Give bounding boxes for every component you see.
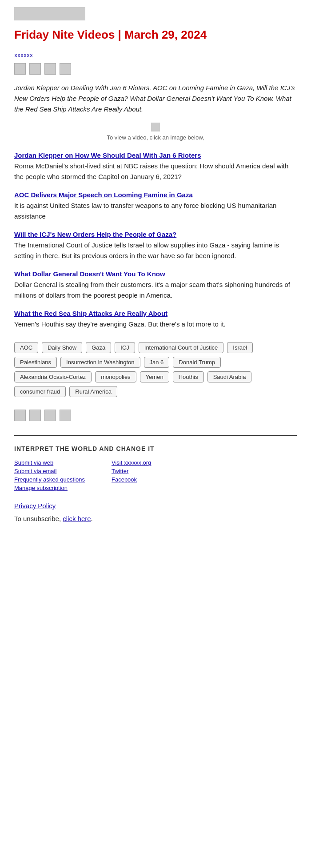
- article-1: Jordan Klepper on How We Should Deal Wit…: [14, 151, 297, 182]
- articles-list: Jordan Klepper on How We Should Deal Wit…: [14, 151, 297, 330]
- social-icons-top: [14, 63, 297, 75]
- footer-left-link[interactable]: Frequently asked questions: [14, 476, 85, 483]
- tag-item[interactable]: ICJ: [115, 342, 135, 353]
- tag-item[interactable]: International Court of Justice: [139, 342, 223, 353]
- video-prompt-icon: [151, 123, 160, 131]
- article-1-desc: Ronna McDaniel's short-lived stint at NB…: [14, 161, 297, 182]
- article-4-title[interactable]: What Dollar General Doesn't Want You To …: [14, 270, 297, 278]
- tag-item[interactable]: Jan 6: [144, 357, 170, 368]
- social-icon-3[interactable]: [44, 63, 56, 75]
- intro-text: Jordan Klepper on Dealing With Jan 6 Rio…: [14, 83, 297, 115]
- footer-left-link[interactable]: Manage subscription: [14, 485, 85, 491]
- article-4: What Dollar General Doesn't Want You To …: [14, 270, 297, 301]
- article-2: AOC Delivers Major Speech on Looming Fam…: [14, 191, 297, 222]
- article-4-desc: Dollar General is stealing from their cu…: [14, 279, 297, 301]
- unsubscribe-link[interactable]: click here: [63, 515, 91, 522]
- footer-right-link[interactable]: Twitter: [112, 468, 151, 474]
- article-5: What the Red Sea Ship Attacks Are Really…: [14, 310, 297, 330]
- article-1-title[interactable]: Jordan Klepper on How We Should Deal Wit…: [14, 151, 297, 159]
- tag-item[interactable]: monopolies: [95, 371, 136, 382]
- article-5-desc: Yemen's Houthis say they're avenging Gaz…: [14, 319, 297, 330]
- tag-item[interactable]: Gaza: [86, 342, 111, 353]
- tag-item[interactable]: Daily Show: [42, 342, 82, 353]
- tag-item[interactable]: consumer fraud: [14, 386, 66, 397]
- footer-social-icon-3[interactable]: [44, 410, 56, 421]
- article-2-title[interactable]: AOC Delivers Major Speech on Looming Fam…: [14, 191, 297, 199]
- footer-section: INTERPRET THE WORLD AND CHANGE IT Submit…: [14, 435, 297, 522]
- tags-section: AOCDaily ShowGazaICJInternational Court …: [14, 342, 297, 397]
- social-icon-4[interactable]: [60, 63, 71, 75]
- tag-item[interactable]: Rural America: [69, 386, 117, 397]
- social-icon-2[interactable]: [29, 63, 41, 75]
- article-2-desc: It is against United States law to trans…: [14, 200, 297, 222]
- footer-left-links: Submit via webSubmit via emailFrequently…: [14, 459, 85, 493]
- footer-social-icon-2[interactable]: [29, 410, 41, 421]
- footer-right-links: Visit xxxxxx.orgTwitterFacebook: [112, 459, 151, 493]
- header-logo: [14, 7, 85, 20]
- unsubscribe-end: .: [91, 515, 93, 522]
- article-3-desc: The International Court of Justice tells…: [14, 240, 297, 261]
- tag-item[interactable]: Yemen: [140, 371, 169, 382]
- footer-right-link[interactable]: Facebook: [112, 476, 151, 483]
- article-5-title[interactable]: What the Red Sea Ship Attacks Are Really…: [14, 310, 297, 317]
- tag-item[interactable]: Israel: [227, 342, 253, 353]
- tag-item[interactable]: Insurrection in Washington: [60, 357, 140, 368]
- footer-social-icon-1[interactable]: [14, 410, 26, 421]
- tag-item[interactable]: Palestinians: [14, 357, 57, 368]
- footer-social-icons: [14, 410, 297, 421]
- social-icon-1[interactable]: [14, 63, 26, 75]
- unsubscribe-text: To unsubscribe, click here.: [14, 515, 297, 522]
- footer-right-link[interactable]: Visit xxxxxx.org: [112, 459, 151, 466]
- tag-item[interactable]: Donald Trump: [173, 357, 221, 368]
- tag-item[interactable]: AOC: [14, 342, 38, 353]
- footer-links: Submit via webSubmit via emailFrequently…: [14, 459, 297, 493]
- source-link[interactable]: xxxxxx: [14, 52, 297, 59]
- footer-left-link[interactable]: Submit via web: [14, 459, 85, 466]
- footer-social-icon-4[interactable]: [60, 410, 71, 421]
- page-title: Friday Nite Videos | March 29, 2024: [14, 28, 297, 43]
- video-prompt-text: To view a video, click an image below,: [107, 134, 204, 141]
- tag-item[interactable]: Saudi Arabia: [207, 371, 252, 382]
- article-3-title[interactable]: Will the ICJ's New Orders Help the Peopl…: [14, 231, 297, 238]
- tag-item[interactable]: Alexandria Ocasio-Cortez: [14, 371, 92, 382]
- video-prompt-section: To view a video, click an image below,: [14, 123, 297, 141]
- unsubscribe-prefix: To unsubscribe,: [14, 515, 63, 522]
- footer-left-link[interactable]: Submit via email: [14, 468, 85, 474]
- privacy-policy-link[interactable]: Privacy Policy: [14, 502, 297, 510]
- footer-tagline: INTERPRET THE WORLD AND CHANGE IT: [14, 445, 297, 452]
- tag-item[interactable]: Houthis: [173, 371, 204, 382]
- article-3: Will the ICJ's New Orders Help the Peopl…: [14, 231, 297, 261]
